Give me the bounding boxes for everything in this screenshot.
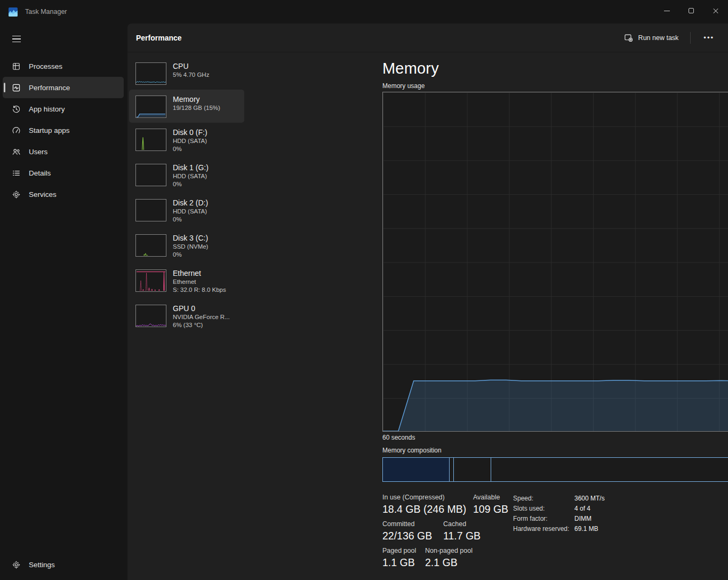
- device-subtitle: 0%: [173, 251, 208, 259]
- memory-hardware-details: Speed: 3600 MT/s Slots used: 4 of 4 Form…: [513, 495, 605, 533]
- cpu-mini-chart: [135, 62, 166, 85]
- stat-paged-pool: Paged pool 1.1 GB: [382, 547, 425, 569]
- ellipsis-icon: •••: [703, 34, 714, 42]
- settings-gear-icon: [12, 560, 21, 569]
- sidebar-item-startup-apps[interactable]: Startup apps: [3, 120, 124, 141]
- panel-header: Performance Run new task •••: [127, 23, 728, 52]
- stat-in-use: In use (Compressed) 18.4 GB (246 MB): [382, 494, 473, 515]
- sidebar-item-services[interactable]: Services: [3, 184, 124, 205]
- device-subtitle: S: 32.0 R: 8.0 Kbps: [173, 286, 226, 294]
- device-title: Disk 2 (D:): [173, 198, 208, 208]
- device-subtitle: 6% (33 °C): [173, 321, 230, 329]
- device-subtitle: HDD (SATA): [173, 172, 209, 180]
- ethernet-mini-chart: [135, 269, 166, 292]
- disk0-mini-chart: [135, 129, 166, 151]
- stat-committed: Committed 22/136 GB: [382, 520, 443, 542]
- device-item-cpu[interactable]: CPU 5% 4.70 GHz: [129, 57, 244, 90]
- sidebar-item-label: Details: [29, 169, 51, 177]
- hardware-reserved-value: 69.1 MB: [574, 525, 605, 533]
- device-subtitle: NVIDIA GeForce R...: [173, 313, 230, 321]
- composition-in-use-segment: [383, 458, 450, 481]
- sidebar-item-label: Users: [29, 148, 47, 156]
- run-new-task-label: Run new task: [638, 34, 679, 42]
- memory-composition-label: Memory composition: [382, 447, 728, 454]
- minimize-button[interactable]: [654, 0, 679, 21]
- slots-used-value: 4 of 4: [574, 505, 605, 512]
- details-icon: [12, 169, 21, 178]
- composition-modified-divider: [453, 458, 454, 481]
- sidebar-item-details[interactable]: Details: [3, 162, 124, 184]
- sidebar-item-app-history[interactable]: App history: [3, 98, 124, 120]
- speed-value: 3600 MT/s: [574, 495, 605, 502]
- memory-mini-chart: [135, 96, 166, 118]
- maximize-icon: [689, 8, 694, 13]
- maximize-button[interactable]: [679, 0, 703, 21]
- users-icon: [12, 147, 21, 156]
- device-item-disk3[interactable]: Disk 3 (C:) SSD (NVMe) 0%: [129, 228, 244, 264]
- startup-apps-icon: [12, 126, 21, 135]
- device-title: GPU 0: [173, 304, 230, 313]
- sidebar-item-users[interactable]: Users: [3, 141, 124, 162]
- page-title: Performance: [136, 34, 182, 42]
- stat-available: Available 109 GB: [473, 494, 508, 515]
- run-new-task-button[interactable]: Run new task: [619, 29, 684, 46]
- hardware-reserved-label: Hardware reserved:: [513, 525, 574, 533]
- device-item-disk1[interactable]: Disk 1 (G:) HDD (SATA) 0%: [129, 158, 244, 193]
- memory-title: Memory: [382, 60, 439, 77]
- device-subtitle: 5% 4.70 GHz: [173, 71, 209, 79]
- performance-icon: [12, 83, 21, 92]
- form-factor-value: DIMM: [574, 515, 605, 522]
- header-divider: [690, 32, 691, 44]
- disk2-mini-chart: [135, 199, 166, 221]
- device-subtitle: HDD (SATA): [173, 208, 208, 216]
- device-subtitle: 0%: [173, 216, 208, 224]
- device-item-ethernet[interactable]: Ethernet Ethernet S: 32.0 R: 8.0 Kbps: [129, 264, 244, 299]
- device-subtitle: Ethernet: [173, 278, 226, 286]
- processes-icon: [12, 62, 21, 71]
- device-item-disk0[interactable]: Disk 0 (F:) HDD (SATA) 0%: [129, 123, 244, 158]
- device-item-gpu0[interactable]: GPU 0 NVIDIA GeForce R... 6% (33 °C): [129, 299, 244, 334]
- close-button[interactable]: [703, 0, 728, 21]
- device-title: Ethernet: [173, 268, 226, 278]
- memory-stats: In use (Compressed) 18.4 GB (246 MB) Ava…: [382, 494, 728, 569]
- device-subtitle: 0%: [173, 180, 209, 188]
- device-title: Memory: [173, 94, 220, 104]
- sidebar: Processes Performance App history Startu…: [0, 23, 127, 580]
- sidebar-item-processes[interactable]: Processes: [3, 55, 124, 77]
- sidebar-item-label: App history: [29, 105, 65, 113]
- sidebar-item-label: Settings: [29, 561, 55, 569]
- device-subtitle: HDD (SATA): [173, 137, 207, 145]
- device-title: CPU: [173, 61, 209, 71]
- services-icon: [12, 190, 21, 199]
- disk3-mini-chart: [135, 234, 166, 257]
- sidebar-item-label: Processes: [29, 62, 62, 70]
- stat-nonpaged-pool: Non-paged pool 2.1 GB: [425, 547, 473, 569]
- device-subtitle: SSD (NVMe): [173, 243, 208, 251]
- more-options-button[interactable]: •••: [697, 30, 721, 45]
- memory-usage-chart: [382, 92, 728, 432]
- main-panel: Performance Run new task ••• CPU 5% 4.70…: [127, 23, 728, 580]
- memory-detail-pane: Memory 128 GB Memory usage 128 GB 60 sec…: [382, 52, 728, 574]
- device-title: Disk 1 (G:): [173, 163, 209, 172]
- task-manager-window: Task Manager Processes Performance App h…: [0, 0, 728, 580]
- device-title: Disk 3 (C:): [173, 233, 208, 243]
- device-subtitle: 19/128 GB (15%): [173, 104, 220, 112]
- device-item-disk2[interactable]: Disk 2 (D:) HDD (SATA) 0%: [129, 193, 244, 228]
- composition-standby-divider: [491, 458, 491, 481]
- sidebar-item-label: Performance: [29, 84, 70, 92]
- chart-time-left-label: 60 seconds: [382, 434, 415, 441]
- task-manager-app-icon: [9, 7, 18, 17]
- sidebar-item-performance[interactable]: Performance: [3, 77, 124, 98]
- minimize-icon: [664, 11, 670, 11]
- device-subtitle: 0%: [173, 145, 207, 153]
- sidebar-item-label: Services: [29, 190, 57, 198]
- sidebar-item-label: Startup apps: [29, 126, 70, 134]
- memory-composition-bar: [382, 457, 728, 482]
- memory-usage-label: Memory usage: [382, 82, 425, 90]
- close-icon: [713, 7, 719, 14]
- device-item-memory[interactable]: Memory 19/128 GB (15%): [129, 90, 244, 123]
- sidebar-item-settings[interactable]: Settings: [3, 554, 124, 575]
- run-new-task-icon: [624, 33, 633, 42]
- window-title: Task Manager: [25, 8, 67, 15]
- hamburger-menu-button[interactable]: [7, 31, 26, 47]
